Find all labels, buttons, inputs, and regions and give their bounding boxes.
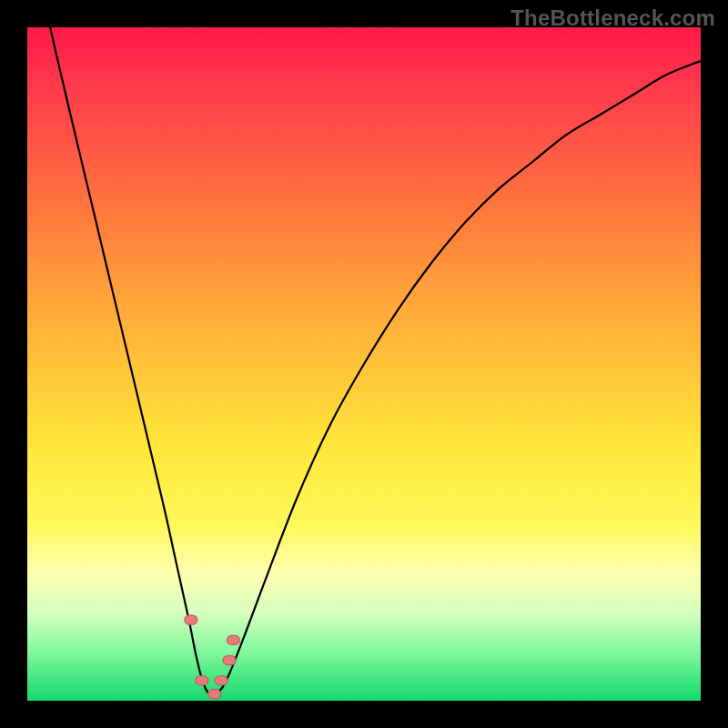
knot-marker: [185, 615, 197, 624]
plot-area: [27, 27, 701, 701]
knot-marker: [196, 676, 208, 685]
knot-marker: [215, 676, 228, 685]
knot-marker: [227, 635, 239, 644]
chart-frame: TheBottleneck.com: [0, 0, 728, 728]
knot-marker: [208, 690, 221, 699]
knot-marker: [223, 656, 236, 665]
